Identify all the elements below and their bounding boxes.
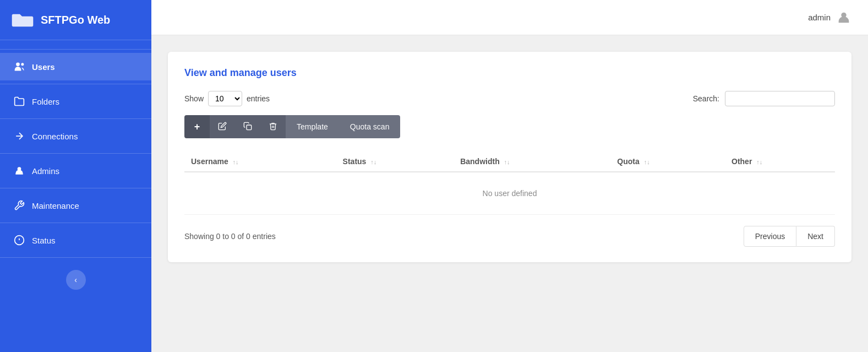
next-button[interactable]: Next: [796, 226, 835, 247]
add-icon: +: [194, 121, 200, 133]
show-label: Show: [184, 94, 204, 103]
sidebar-nav: Users Folders Connections Admins: [0, 40, 151, 352]
sidebar-item-admins[interactable]: Admins: [0, 157, 151, 185]
col-quota[interactable]: Quota ↑↓: [610, 151, 725, 172]
search-input[interactable]: [725, 91, 835, 106]
entries-per-page-select[interactable]: 10 25 50 100: [208, 91, 242, 106]
delete-user-button[interactable]: [260, 115, 286, 138]
sidebar-item-folders-label: Folders: [32, 97, 59, 106]
collapse-icon: ‹: [74, 275, 77, 284]
sidebar-item-connections[interactable]: Connections: [0, 122, 151, 150]
table-header: Username ↑↓ Status ↑↓ Bandwidth ↑↓ Quo: [184, 151, 835, 172]
col-status[interactable]: Status ↑↓: [336, 151, 454, 172]
entries-label: entries: [247, 94, 270, 103]
logo-icon: [11, 10, 34, 30]
col-bandwidth[interactable]: Bandwidth ↑↓: [454, 151, 610, 172]
status-sort-icon: ↑↓: [370, 159, 376, 165]
status-icon: [13, 234, 25, 246]
search-row: Search:: [693, 91, 835, 106]
content-area: View and manage users Show 10 25 50 100 …: [151, 35, 868, 352]
app-name: SFTPGo Web: [41, 14, 110, 26]
sidebar-logo: SFTPGo Web: [0, 0, 151, 40]
action-buttons: + Template: [184, 115, 835, 138]
edit-user-button[interactable]: [210, 115, 235, 138]
collapse-sidebar-button[interactable]: ‹: [66, 270, 86, 290]
username-label: admin: [808, 13, 831, 22]
folders-icon: [13, 95, 25, 107]
user-avatar-icon: [836, 10, 851, 25]
copy-icon: [243, 122, 252, 132]
quota-sort-icon: ↑↓: [644, 159, 650, 165]
username-sort-icon: ↑↓: [233, 159, 239, 165]
sidebar-item-admins-label: Admins: [32, 166, 59, 176]
previous-button[interactable]: Previous: [744, 226, 796, 247]
show-entries-group: Show 10 25 50 100 entries: [184, 91, 270, 106]
connections-icon: [13, 130, 25, 142]
col-other[interactable]: Other ↑↓: [725, 151, 835, 172]
search-label: Search:: [693, 94, 719, 103]
sidebar: SFTPGo Web Users Folders Connections: [0, 0, 151, 352]
maintenance-icon: [13, 199, 25, 212]
empty-message: No user defined: [184, 172, 835, 215]
sidebar-item-connections-label: Connections: [32, 132, 78, 141]
sidebar-item-folders[interactable]: Folders: [0, 88, 151, 115]
quota-scan-button[interactable]: Quota scan: [339, 115, 401, 138]
template-button[interactable]: Template: [286, 115, 339, 138]
delete-icon: [269, 122, 277, 132]
main-area: admin View and manage users Show 10 25 5…: [151, 0, 868, 352]
topbar: admin: [151, 0, 868, 35]
svg-point-0: [16, 63, 20, 67]
controls-row: Show 10 25 50 100 entries Search:: [184, 91, 835, 106]
svg-point-1: [21, 63, 24, 66]
admins-icon: [13, 165, 25, 177]
sidebar-item-users[interactable]: Users: [0, 53, 151, 80]
other-sort-icon: ↑↓: [756, 159, 762, 165]
users-icon: [13, 61, 25, 73]
pagination: Previous Next: [744, 226, 835, 247]
copy-user-button[interactable]: [235, 115, 260, 138]
table-footer: Showing 0 to 0 of 0 entries Previous Nex…: [184, 226, 835, 247]
showing-text: Showing 0 to 0 of 0 entries: [184, 232, 276, 241]
users-card: View and manage users Show 10 25 50 100 …: [168, 52, 851, 262]
empty-row: No user defined: [184, 172, 835, 215]
svg-rect-8: [247, 125, 252, 130]
table-body: No user defined: [184, 172, 835, 215]
sidebar-item-status[interactable]: Status: [0, 226, 151, 254]
quota-scan-label: Quota scan: [350, 122, 390, 131]
users-table: Username ↑↓ Status ↑↓ Bandwidth ↑↓ Quo: [184, 151, 835, 215]
bandwidth-sort-icon: ↑↓: [504, 159, 510, 165]
template-label: Template: [297, 122, 328, 131]
sidebar-collapse-area: ‹: [0, 261, 151, 299]
topbar-user: admin: [808, 10, 851, 25]
sidebar-item-users-label: Users: [32, 62, 55, 72]
col-username[interactable]: Username ↑↓: [184, 151, 336, 172]
add-user-button[interactable]: +: [184, 115, 210, 138]
sidebar-item-maintenance[interactable]: Maintenance: [0, 192, 151, 219]
sidebar-item-status-label: Status: [32, 236, 56, 245]
sidebar-item-maintenance-label: Maintenance: [32, 201, 79, 210]
edit-icon: [218, 122, 227, 132]
page-title: View and manage users: [184, 67, 835, 79]
